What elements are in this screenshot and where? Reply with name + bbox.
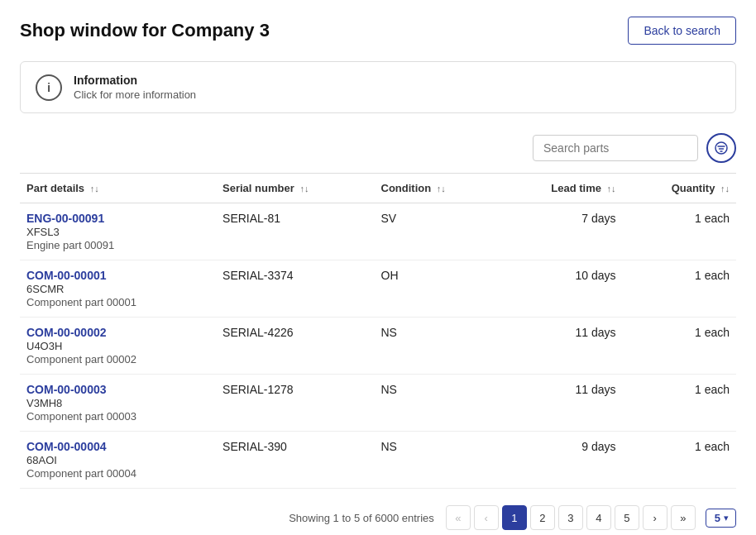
page-button-1[interactable]: 1 — [502, 505, 527, 530]
part-details-cell: COM-00-00002 U4O3H Component part 00002 — [20, 318, 216, 375]
lead-time-cell: 7 days — [499, 203, 623, 260]
per-page-value: 5 — [715, 512, 720, 524]
part-details-cell: COM-00-00001 6SCMR Component part 00001 — [20, 260, 216, 318]
lead-time-cell: 10 days — [499, 260, 623, 318]
filter-button[interactable] — [706, 133, 736, 163]
quantity-cell: 1 each — [623, 260, 736, 318]
lead-time-cell: 9 days — [499, 432, 623, 489]
info-banner[interactable]: i Information Click for more information — [20, 61, 736, 113]
search-input[interactable] — [533, 135, 698, 161]
serial-number-cell: SERIAL-1278 — [216, 375, 374, 432]
page-title: Shop window for Company 3 — [20, 20, 270, 41]
prev-page-button[interactable]: ‹ — [474, 505, 499, 530]
col-condition[interactable]: Condition ↑↓ — [375, 174, 499, 203]
quantity-cell: 1 each — [623, 318, 736, 375]
part-code: V3MH8 — [26, 397, 62, 409]
sort-icon-serial-number: ↑↓ — [299, 184, 309, 193]
part-details-cell: ENG-00-00091 XFSL3 Engine part 00091 — [20, 203, 216, 260]
part-details-cell: COM-00-00004 68AOI Component part 00004 — [20, 432, 216, 489]
header: Shop window for Company 3 Back to search — [20, 17, 736, 45]
table-header: Part details ↑↓ Serial number ↑↓ Conditi… — [20, 174, 736, 203]
per-page-chevron-icon: ▾ — [724, 513, 729, 523]
part-description: Component part 00001 — [26, 296, 136, 308]
table-body: ENG-00-00091 XFSL3 Engine part 00091 SER… — [20, 203, 736, 489]
pagination-info: Showing 1 to 5 of 6000 entries — [289, 512, 434, 524]
part-link[interactable]: COM-00-00003 — [26, 383, 209, 396]
condition-cell: NS — [375, 375, 499, 432]
table-row: COM-00-00002 U4O3H Component part 00002 … — [20, 318, 736, 375]
condition-cell: SV — [375, 203, 499, 260]
col-lead-time[interactable]: Lead time ↑↓ — [499, 174, 623, 203]
back-to-search-button[interactable]: Back to search — [628, 17, 736, 45]
serial-number-cell: SERIAL-3374 — [216, 260, 374, 318]
part-code: XFSL3 — [26, 226, 60, 238]
part-description: Component part 00004 — [26, 467, 136, 480]
condition-cell: NS — [375, 432, 499, 489]
toolbar — [20, 133, 736, 163]
table-row: ENG-00-00091 XFSL3 Engine part 00091 SER… — [20, 203, 736, 260]
table-row: COM-00-00001 6SCMR Component part 00001 … — [20, 260, 736, 318]
parts-table: Part details ↑↓ Serial number ↑↓ Conditi… — [20, 173, 736, 489]
filter-icon — [715, 141, 728, 155]
serial-number-cell: SERIAL-4226 — [216, 318, 374, 375]
info-title: Information — [74, 74, 196, 87]
part-description: Component part 00003 — [26, 410, 136, 423]
condition-cell: OH — [375, 260, 499, 318]
last-page-button[interactable]: » — [671, 505, 696, 530]
sort-icon-quantity: ↑↓ — [720, 184, 730, 193]
info-text: Information Click for more information — [74, 74, 196, 101]
quantity-cell: 1 each — [623, 432, 736, 489]
lead-time-cell: 11 days — [499, 375, 623, 432]
part-description: Engine part 00091 — [26, 239, 114, 251]
page-button-3[interactable]: 3 — [558, 505, 583, 530]
col-part-details[interactable]: Part details ↑↓ — [20, 174, 216, 203]
serial-number-cell: SERIAL-390 — [216, 432, 374, 489]
col-quantity[interactable]: Quantity ↑↓ — [623, 174, 736, 203]
part-code: 68AOI — [26, 454, 57, 466]
part-code: 6SCMR — [26, 283, 65, 295]
part-description: Component part 00002 — [26, 353, 136, 365]
pagination: Showing 1 to 5 of 6000 entries « ‹ 1 2 3… — [20, 505, 736, 530]
sort-icon-part-details: ↑↓ — [90, 184, 99, 193]
per-page-selector[interactable]: 5 ▾ — [706, 509, 736, 528]
sort-icon-condition: ↑↓ — [437, 184, 446, 193]
part-link[interactable]: COM-00-00004 — [26, 440, 209, 453]
page-button-2[interactable]: 2 — [530, 505, 555, 530]
info-subtitle: Click for more information — [74, 88, 196, 101]
info-icon: i — [36, 74, 62, 101]
quantity-cell: 1 each — [623, 375, 736, 432]
table-row: COM-00-00003 V3MH8 Component part 00003 … — [20, 375, 736, 432]
col-serial-number[interactable]: Serial number ↑↓ — [216, 174, 374, 203]
first-page-button[interactable]: « — [446, 505, 471, 530]
next-page-button[interactable]: › — [643, 505, 667, 530]
lead-time-cell: 11 days — [499, 318, 623, 375]
serial-number-cell: SERIAL-81 — [216, 203, 374, 260]
page-button-5[interactable]: 5 — [615, 505, 639, 530]
quantity-cell: 1 each — [623, 203, 736, 260]
condition-cell: NS — [375, 318, 499, 375]
part-link[interactable]: COM-00-00002 — [26, 326, 209, 339]
part-link[interactable]: ENG-00-00091 — [26, 212, 209, 225]
svg-point-0 — [715, 142, 727, 154]
part-link[interactable]: COM-00-00001 — [26, 269, 209, 282]
sort-icon-lead-time: ↑↓ — [607, 184, 616, 193]
part-code: U4O3H — [26, 340, 62, 352]
table-row: COM-00-00004 68AOI Component part 00004 … — [20, 432, 736, 489]
page-button-4[interactable]: 4 — [586, 505, 611, 530]
part-details-cell: COM-00-00003 V3MH8 Component part 00003 — [20, 375, 216, 432]
